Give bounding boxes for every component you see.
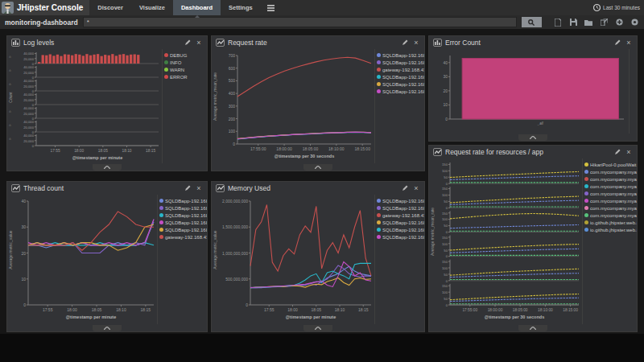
svg-text:20,000: 20,000: [23, 84, 34, 88]
app-title: JHipster Console: [17, 3, 83, 12]
legend-item[interactable]: ERROR: [164, 73, 207, 80]
load-dashboard-icon[interactable]: [584, 18, 593, 27]
panel-header[interactable]: Error Count×: [429, 36, 637, 49]
svg-text:18:05:00: 18:05:00: [303, 146, 319, 151]
legend-label: SQLDBapp-192.168.4...: [382, 82, 424, 87]
svg-text:0: 0: [246, 302, 248, 307]
remove-panel-icon[interactable]: ×: [625, 148, 633, 156]
chart-legend: ›SQLDBapp-192.168.4...SQLDBapp-192.168.4…: [157, 195, 207, 324]
svg-text:18:15:00: 18:15:00: [354, 146, 370, 151]
legend-item[interactable]: gateway-192.168.43.8...: [159, 233, 207, 241]
query-input[interactable]: [83, 17, 517, 27]
legend-label: com.mycompany.myap...: [590, 206, 637, 211]
legend-color-dot: [164, 60, 168, 64]
collapse-panel-tab[interactable]: [518, 134, 547, 141]
edit-panel-icon[interactable]: [184, 184, 192, 192]
legend-item[interactable]: SQLDBapp-192.168.4...: [159, 204, 207, 212]
legend-item[interactable]: WARN: [164, 66, 207, 73]
magnifier-icon: [528, 19, 535, 26]
legend-item[interactable]: com.mycompany.myap...: [584, 197, 637, 204]
edit-panel-icon[interactable]: [401, 39, 409, 47]
edit-panel-icon[interactable]: [613, 148, 621, 156]
panel-title: Log levels: [23, 39, 180, 47]
legend-item[interactable]: SQLDBapp-192.168.4...: [159, 212, 207, 219]
collapse-panel-tab[interactable]: [93, 325, 122, 331]
nav-item-dashboard[interactable]: Dashboard: [173, 0, 221, 15]
legend-item[interactable]: io.github.jhipster.web.r...: [584, 226, 637, 233]
edit-panel-icon[interactable]: [184, 39, 192, 47]
nav-item-visualize[interactable]: Visualize: [131, 0, 173, 15]
legend-item[interactable]: gateway-192.168.43.8...: [377, 66, 424, 73]
panel-title: Error Count: [445, 39, 610, 47]
collapse-panel-tab[interactable]: [303, 325, 332, 331]
nav-item-discover[interactable]: Discover: [89, 0, 131, 15]
bar-chart-icon: [433, 39, 442, 47]
legend-item[interactable]: INFO: [164, 59, 207, 66]
svg-text:0: 0: [445, 117, 448, 121]
legend-item[interactable]: SQLDBapp-192.168.4...: [377, 80, 424, 88]
dashboard-grid: Log levels×40,00020,0000ılı40,00020,0000…: [0, 31, 644, 334]
panel-title: Request rate: [228, 39, 398, 47]
panel-header[interactable]: Request rate for resources / app×: [429, 146, 637, 158]
panel-log-levels: Log levels×40,00020,0000ılı40,00020,0000…: [6, 35, 208, 171]
menu-toggle-button[interactable]: [261, 0, 281, 15]
remove-panel-icon[interactable]: ×: [412, 39, 420, 47]
legend-label: SQLDBapp-192.168.4...: [382, 53, 424, 58]
legend-item[interactable]: com.mycompany.myap...: [584, 212, 637, 219]
save-dashboard-icon[interactable]: [568, 18, 578, 27]
panel-header[interactable]: Thread count×: [7, 182, 207, 195]
panel-header[interactable]: Request rate×: [212, 36, 424, 49]
legend-item[interactable]: com.mycompany.myap...: [584, 168, 637, 175]
legend-item[interactable]: io.github.jhipster.web.r...: [584, 219, 637, 226]
svg-text:1,500,000,000: 1,500,000,000: [222, 224, 248, 229]
legend-item[interactable]: HikariPool-0.poolWait: [584, 161, 637, 168]
legend-color-dot: [377, 82, 381, 86]
legend-item[interactable]: SQLDBapp-192.168.4...: [377, 204, 424, 212]
legend-item[interactable]: SQLDBapp-192.168.4...: [159, 219, 207, 226]
add-visualization-icon[interactable]: [614, 18, 624, 27]
collapse-panel-tab[interactable]: [93, 164, 122, 171]
edit-panel-icon[interactable]: [613, 39, 621, 47]
legend-item[interactable]: com.mycompany.myap...: [584, 204, 637, 212]
brand[interactable]: JHipster Console: [0, 0, 89, 15]
options-gear-icon[interactable]: [630, 18, 639, 27]
legend-color-dot: [377, 235, 381, 239]
new-dashboard-icon[interactable]: [553, 18, 563, 27]
legend-item[interactable]: SQLDBapp-192.168.4...: [159, 197, 207, 204]
legend-label: com.mycompany.myap...: [590, 177, 637, 182]
search-button[interactable]: [522, 17, 542, 27]
legend-item[interactable]: SQLDBapp-192.168.4...: [377, 88, 424, 95]
legend-item[interactable]: com.mycompany.myap...: [584, 175, 637, 183]
legend-item[interactable]: com.mycompany.myap...: [584, 183, 637, 190]
legend-item[interactable]: SQLDBapp-192.168.4...: [159, 226, 207, 233]
collapse-panel-tab[interactable]: [303, 164, 332, 171]
svg-text:20: 20: [21, 251, 26, 256]
remove-panel-icon[interactable]: ×: [195, 39, 203, 47]
panel-header[interactable]: Log levels×: [7, 36, 207, 49]
remove-panel-icon[interactable]: ×: [412, 184, 420, 192]
edit-panel-icon[interactable]: [401, 184, 409, 192]
legend-item[interactable]: gateway-192.168.43.8...: [377, 212, 424, 219]
legend-item[interactable]: DEBUG: [164, 51, 207, 59]
nav-item-settings[interactable]: Settings: [221, 0, 261, 15]
svg-text:0: 0: [233, 142, 235, 146]
legend-item[interactable]: SQLDBapp-192.168.4...: [377, 197, 424, 204]
remove-panel-icon[interactable]: ×: [625, 39, 633, 47]
remove-panel-icon[interactable]: ×: [195, 184, 203, 192]
svg-text:100: 100: [442, 193, 448, 197]
legend-item[interactable]: SQLDBapp-192.168.4...: [377, 219, 424, 226]
legend-item[interactable]: SQLDBapp-192.168.4...: [377, 73, 424, 80]
legend-item[interactable]: SQLDBapp-192.168.4...: [377, 233, 424, 241]
share-dashboard-icon[interactable]: [599, 18, 609, 27]
panel-header[interactable]: Memory Used×: [212, 182, 424, 195]
legend-item[interactable]: com.mycompany.myap...: [584, 190, 637, 197]
legend-item[interactable]: SQLDBapp-192.168.4...: [377, 51, 424, 59]
legend-item[interactable]: SQLDBapp-192.168.4...: [377, 59, 424, 66]
time-picker[interactable]: Last 30 minutes: [589, 0, 644, 15]
legend-label: SQLDBapp-192.168.4...: [382, 89, 424, 94]
legend-item[interactable]: SQLDBapp-192.168.4...: [377, 226, 424, 233]
panel-title: Thread count: [23, 184, 180, 192]
legend-color-dot: [584, 191, 588, 195]
collapse-panel-tab[interactable]: [518, 325, 547, 331]
svg-text:_all: _all: [537, 121, 544, 125]
